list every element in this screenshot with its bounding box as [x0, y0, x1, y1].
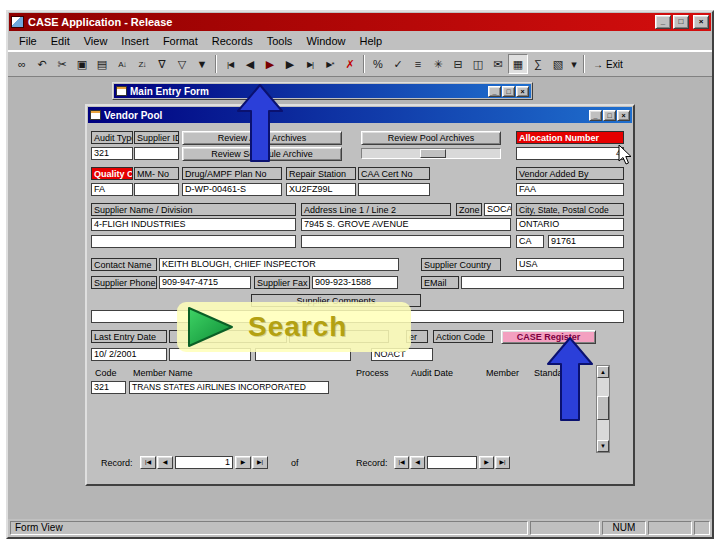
- allocation-slider[interactable]: [361, 148, 501, 159]
- status-panel: [530, 521, 600, 535]
- audit-type-field[interactable]: 321: [91, 147, 133, 160]
- member-row-name[interactable]: TRANS STATES AIRLINES INCORPORATED: [129, 381, 329, 394]
- menu-edit[interactable]: Edit: [44, 33, 77, 49]
- record-nav-label: Record:: [101, 457, 133, 470]
- scroll-up-icon[interactable]: ▲: [597, 366, 609, 378]
- repair-station-field[interactable]: XU2FZ99L: [286, 183, 356, 196]
- scroll-down-icon[interactable]: ▼: [597, 440, 609, 452]
- new-object-icon[interactable]: ▧: [548, 54, 568, 74]
- previous-record-icon[interactable]: ◀: [240, 54, 260, 74]
- drug-ampf-plan-field[interactable]: D-WP-00461-S: [182, 183, 282, 196]
- city-field[interactable]: ONTARIO: [516, 218, 624, 231]
- audit-table-scrollbar[interactable]: ▲ ▼: [596, 365, 610, 453]
- restore-button[interactable]: □: [502, 86, 515, 97]
- review-pool-archives-button[interactable]: Review Pool Archives: [361, 131, 501, 145]
- print-icon[interactable]: ⊟: [448, 54, 468, 74]
- sort-descending-icon[interactable]: Z↓: [132, 54, 152, 74]
- spelling-icon[interactable]: ✓: [388, 54, 408, 74]
- main-entry-form-window[interactable]: Main Entry Form _ □ ×: [112, 82, 533, 100]
- next-record-button[interactable]: ▶: [479, 456, 494, 469]
- build-icon[interactable]: ✳: [428, 54, 448, 74]
- analyze-icon[interactable]: ∑: [528, 54, 548, 74]
- menu-view[interactable]: View: [77, 33, 115, 49]
- first-record-button[interactable]: |◀: [140, 456, 156, 469]
- new-object-dropdown-icon[interactable]: ▾: [568, 54, 580, 74]
- next-record-icon[interactable]: ▶: [280, 54, 300, 74]
- record-number-field[interactable]: 1: [175, 456, 233, 469]
- filter-by-form-icon[interactable]: ▽: [172, 54, 192, 74]
- apply-filter-icon[interactable]: ▼: [192, 54, 212, 74]
- menu-file[interactable]: File: [12, 33, 44, 49]
- address-line2-field[interactable]: [301, 235, 511, 248]
- last-record-button[interactable]: ▶|: [252, 456, 268, 469]
- database-window-icon[interactable]: ▦: [508, 54, 528, 74]
- maximize-button[interactable]: □: [603, 110, 616, 121]
- record-nav-of-label: of: [291, 457, 299, 470]
- first-record-icon[interactable]: |◀: [220, 54, 240, 74]
- mm-no-field[interactable]: [134, 183, 179, 196]
- menu-tools[interactable]: Tools: [260, 33, 300, 49]
- caa-cert-no-field[interactable]: [358, 183, 430, 196]
- close-button[interactable]: ×: [693, 15, 709, 29]
- last-record-icon[interactable]: ▶|: [300, 54, 320, 74]
- minimize-button[interactable]: _: [488, 86, 501, 97]
- state-field[interactable]: CA: [516, 235, 544, 248]
- last-record-button[interactable]: ▶|: [495, 456, 510, 469]
- postal-code-field[interactable]: 91761: [548, 235, 624, 248]
- record-nav-label: Record:: [356, 457, 388, 470]
- print-preview-icon[interactable]: ◫: [468, 54, 488, 74]
- supplier-fax-field[interactable]: 909-923-1588: [312, 276, 398, 289]
- zone-field[interactable]: SOCA: [484, 203, 512, 216]
- next-record-button[interactable]: ▶: [235, 456, 251, 469]
- first-record-button[interactable]: |◀: [394, 456, 409, 469]
- previous-record-button[interactable]: ◀: [410, 456, 425, 469]
- undo-icon[interactable]: ↶: [32, 54, 52, 74]
- email-field[interactable]: [461, 276, 624, 289]
- contact-name-field[interactable]: KEITH BLOUGH, CHIEF INSPECTOR: [159, 258, 399, 271]
- new-record-icon[interactable]: ▶*: [320, 54, 340, 74]
- quality-cd-field[interactable]: FA: [91, 183, 133, 196]
- filter-by-selection-icon[interactable]: ∇: [152, 54, 172, 74]
- app-title: CASE Application - Release: [28, 16, 653, 28]
- copy-icon[interactable]: ▣: [72, 54, 92, 74]
- app-window: CASE Application - Release _ □ × File Ed…: [6, 10, 714, 539]
- allocation-number-field[interactable]: 4: [516, 147, 624, 160]
- find-icon[interactable]: ∞: [12, 54, 32, 74]
- menu-help[interactable]: Help: [353, 33, 390, 49]
- exit-label: Exit: [606, 59, 623, 70]
- delete-record-icon[interactable]: ✗: [340, 54, 360, 74]
- minimize-button[interactable]: _: [589, 110, 602, 121]
- supplier-country-field[interactable]: USA: [516, 258, 624, 271]
- sort-ascending-icon[interactable]: A↓: [112, 54, 132, 74]
- maximize-button[interactable]: □: [673, 15, 689, 29]
- close-button[interactable]: ×: [617, 110, 630, 121]
- vendor-added-by-field[interactable]: FAA: [516, 183, 624, 196]
- record-number-field[interactable]: [427, 456, 477, 469]
- vendor-pool-titlebar[interactable]: Vendor Pool _ □ ×: [88, 107, 632, 123]
- minimize-button[interactable]: _: [655, 15, 671, 29]
- allocation-slider-thumb[interactable]: [420, 149, 446, 158]
- menu-insert[interactable]: Insert: [114, 33, 156, 49]
- previous-record-button[interactable]: ◀: [157, 456, 173, 469]
- exit-button[interactable]: → Exit: [588, 54, 628, 74]
- action-code-label: Action Code: [433, 330, 493, 343]
- supplier-division-field[interactable]: [91, 235, 296, 248]
- member-table-header-code: Code: [95, 367, 117, 379]
- play-icon[interactable]: ▶: [260, 54, 280, 74]
- menu-format[interactable]: Format: [156, 33, 205, 49]
- supplier-phone-field[interactable]: 909-947-4715: [159, 276, 251, 289]
- supplier-name-field[interactable]: 4-FLIGH INDUSTRIES: [91, 218, 296, 231]
- cut-icon[interactable]: ✂: [52, 54, 72, 74]
- member-row-code[interactable]: 321: [91, 381, 126, 394]
- properties-icon[interactable]: ≡: [408, 54, 428, 74]
- mail-icon[interactable]: ✉: [488, 54, 508, 74]
- menu-window[interactable]: Window: [299, 33, 352, 49]
- menu-records[interactable]: Records: [205, 33, 260, 49]
- close-button[interactable]: ×: [516, 86, 529, 97]
- paste-icon[interactable]: ▤: [92, 54, 112, 74]
- percent-icon[interactable]: %: [368, 54, 388, 74]
- last-entry-date-field[interactable]: 10/ 2/2001: [91, 348, 167, 361]
- address-line1-field[interactable]: 7945 S. GROVE AVENUE: [301, 218, 511, 231]
- scrollbar-thumb[interactable]: [597, 396, 609, 420]
- supplier-id-field[interactable]: [134, 147, 179, 160]
